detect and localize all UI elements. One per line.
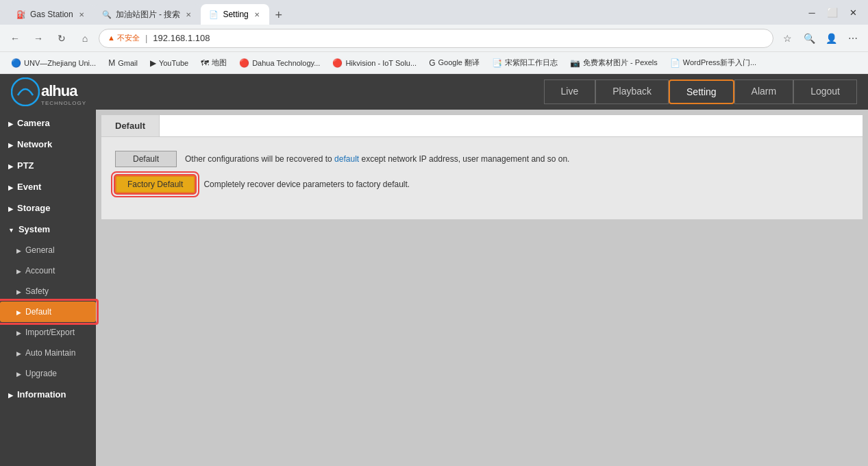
content-tab-header: Default	[101, 115, 863, 137]
bookmark-icon-gmail: M	[108, 58, 115, 68]
address-text: 192.168.1.108	[153, 33, 210, 43]
tab-favicon-1: ⛽	[16, 10, 26, 19]
address-input[interactable]: ▲ 不安全 | 192.168.1.108	[99, 29, 773, 48]
system-chevron	[8, 224, 14, 234]
nav-tab-logout[interactable]: Logout	[793, 79, 857, 104]
bookmark-hikvision[interactable]: 🔴 Hikvision - IoT Solu...	[327, 56, 422, 71]
minimize-button[interactable]: ─	[802, 3, 821, 22]
home-button[interactable]: ⌂	[75, 29, 95, 48]
security-warning: ▲ 不安全	[108, 33, 140, 43]
nav-tab-live[interactable]: Live	[544, 79, 596, 104]
user-icon[interactable]: 👤	[821, 29, 841, 48]
bookmark-gmail[interactable]: M Gmail	[103, 56, 143, 71]
tab-close-3[interactable]: ✕	[253, 10, 261, 20]
sidebar-item-information[interactable]: Information	[0, 384, 96, 405]
bookmark-icon[interactable]: ☆	[778, 29, 797, 48]
back-button[interactable]: ←	[5, 29, 25, 48]
default-link[interactable]: default	[334, 154, 359, 164]
bookmark-icon-dahua: 🔴	[239, 58, 249, 68]
sidebar-item-upgrade[interactable]: Upgrade	[0, 363, 96, 384]
zoom-icon[interactable]: 🔍	[799, 29, 819, 48]
content-area: Default Default Other configurations wil…	[96, 110, 868, 466]
bookmark-wordpress[interactable]: 📄 WordPress新手入门...	[665, 55, 762, 71]
app-header: alhua TECHNOLOGY Live Playback Setting A…	[0, 74, 868, 110]
tab-label-1: Gas Station	[30, 10, 73, 19]
sidebar-item-default[interactable]: Default	[0, 302, 96, 322]
info-chevron	[8, 389, 13, 400]
address-bar: ← → ↻ ⌂ ▲ 不安全 | 192.168.1.108 ☆ 🔍 👤 ⋯	[0, 25, 868, 52]
factory-default-button[interactable]: Factory Default	[115, 175, 195, 193]
tab-bar: ⛽ Gas Station ✕ 🔍 加油站图片 - 搜索 ✕ 📄 Setting…	[5, 0, 291, 25]
tab-label-3: Setting	[223, 10, 248, 19]
bookmark-diary[interactable]: 📑 宋紫阳工作日志	[486, 55, 563, 71]
sidebar-item-safety[interactable]: Safety	[0, 281, 96, 302]
bookmark-youtube[interactable]: ▶ YouTube	[145, 56, 194, 71]
browser-tab-1[interactable]: ⛽ Gas Station ✕	[8, 4, 94, 25]
sidebar-item-storage[interactable]: Storage	[0, 197, 96, 219]
bookmark-icon-unv: 🔵	[11, 58, 21, 68]
event-chevron	[8, 182, 13, 192]
ptz-chevron	[8, 160, 13, 171]
sidebar-item-system[interactable]: System	[0, 219, 96, 240]
bookmark-icon-pexels: 📷	[570, 58, 580, 68]
general-chevron	[16, 245, 21, 255]
sidebar-item-ptz[interactable]: PTZ	[0, 155, 96, 176]
sidebar-item-import-export[interactable]: Import/Export	[0, 322, 96, 343]
sidebar-item-account[interactable]: Account	[0, 260, 96, 281]
network-chevron	[8, 139, 13, 149]
bookmark-unv[interactable]: 🔵 UNV—Zhejiang Uni...	[5, 56, 101, 71]
camera-chevron	[8, 118, 13, 128]
default-chevron	[16, 307, 21, 317]
bookmark-icon-wp: 📄	[670, 58, 680, 68]
browser-tab-2[interactable]: 🔍 加油站图片 - 搜索 ✕	[94, 4, 201, 25]
bookmarks-bar: 🔵 UNV—Zhejiang Uni... M Gmail ▶ YouTube …	[0, 52, 868, 74]
browser-tab-3[interactable]: 📄 Setting ✕	[201, 4, 269, 25]
browser-titlebar: ⛽ Gas Station ✕ 🔍 加油站图片 - 搜索 ✕ 📄 Setting…	[0, 0, 868, 25]
bookmark-dahua[interactable]: 🔴 Dahua Technology...	[234, 56, 325, 71]
default-description: Other configurations will be recovered t…	[185, 154, 569, 164]
default-button-row: Default Other configurations will be rec…	[115, 151, 849, 167]
content-tab-default[interactable]: Default	[101, 115, 160, 136]
sidebar: Camera Network PTZ Event Storage System …	[0, 110, 96, 466]
bookmark-icon-hik: 🔴	[332, 58, 343, 68]
logo-icon	[11, 77, 40, 106]
sidebar-item-event[interactable]: Event	[0, 176, 96, 197]
sidebar-item-camera[interactable]: Camera	[0, 112, 96, 134]
sidebar-item-general[interactable]: General	[0, 240, 96, 260]
tab-label-2: 加油站图片 - 搜索	[116, 9, 181, 21]
bookmark-icon-youtube: ▶	[150, 58, 156, 68]
svg-point-0	[12, 78, 39, 106]
factory-button-wrapper: Factory Default	[115, 175, 195, 193]
reload-button[interactable]: ↻	[52, 29, 71, 48]
bookmark-pexels[interactable]: 📷 免费素材图片 - Pexels	[565, 55, 663, 71]
import-chevron	[16, 328, 21, 337]
bookmark-icon-maps: 🗺	[201, 58, 209, 68]
bookmark-maps[interactable]: 🗺 地图	[195, 55, 232, 71]
maximize-button[interactable]: ⬜	[823, 3, 842, 22]
logo-text: alhua	[41, 82, 86, 100]
default-button[interactable]: Default	[115, 151, 177, 167]
bookmark-translate[interactable]: G Google 翻译	[423, 55, 485, 71]
tab-favicon-3: 📄	[209, 10, 219, 19]
upgrade-chevron	[16, 369, 21, 378]
menu-button[interactable]: ⋯	[843, 29, 863, 48]
factory-description: Completely recover device parameters to …	[203, 180, 410, 189]
bookmark-icon-translate: G	[429, 58, 435, 68]
auto-chevron	[16, 348, 21, 358]
sidebar-item-auto-maintain[interactable]: Auto Maintain	[0, 343, 96, 363]
new-tab-button[interactable]: +	[269, 5, 288, 25]
nav-tab-alarm[interactable]: Alarm	[734, 79, 794, 104]
tab-close-2[interactable]: ✕	[184, 10, 193, 20]
factory-button-row: Factory Default Completely recover devic…	[115, 175, 849, 193]
nav-tab-playback[interactable]: Playback	[595, 79, 669, 104]
tab-close-1[interactable]: ✕	[77, 10, 86, 20]
close-button[interactable]: ✕	[843, 3, 863, 22]
logo-subtext: TECHNOLOGY	[41, 100, 86, 106]
nav-tab-setting[interactable]: Setting	[669, 79, 734, 104]
sidebar-item-network[interactable]: Network	[0, 134, 96, 155]
forward-button[interactable]: →	[29, 29, 48, 48]
dahua-logo: alhua TECHNOLOGY	[11, 77, 86, 106]
nav-tabs: Live Playback Setting Alarm Logout	[544, 79, 857, 104]
content-inner: Default Default Other configurations wil…	[101, 115, 863, 219]
storage-chevron	[8, 203, 13, 213]
